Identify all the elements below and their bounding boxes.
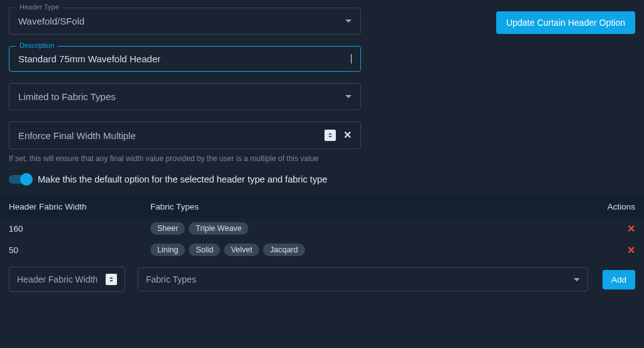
fabric-types-select[interactable]: Limited to Fabric Types <box>9 83 361 110</box>
table-row: 50LiningSolidVelvetJacqard✕ <box>0 239 644 261</box>
delete-row-icon[interactable]: ✕ <box>627 245 635 255</box>
fabric-type-chip: Lining <box>150 244 185 256</box>
header-type-label: Header Type <box>16 3 63 11</box>
enforce-width-input[interactable]: Enforce Final Width Multiple ✕ <box>9 121 361 149</box>
row-width-value: 160 <box>9 224 150 233</box>
table-input-row: Header Fabric Width Fabric Types Add <box>0 261 644 298</box>
fabric-type-chip: Sheer <box>150 222 185 235</box>
table-section: Header Fabric Width Fabric Types Actions… <box>0 196 644 298</box>
header-fabric-width-input[interactable]: Header Fabric Width <box>9 267 125 292</box>
default-toggle-row: Make this the default option for the sel… <box>9 174 361 184</box>
fabric-type-chip: Triple Weave <box>189 222 248 235</box>
enforce-helper-text: If set, this will ensure that any final … <box>9 154 361 163</box>
row-actions: ✕ <box>591 223 635 235</box>
col-header-actions: Actions <box>591 202 635 211</box>
chevron-down-icon <box>345 95 352 98</box>
chevron-down-icon <box>574 278 580 281</box>
update-button[interactable]: Update Curtain Header Option <box>496 11 635 34</box>
add-button[interactable]: Add <box>602 270 635 289</box>
col-header-types: Fabric Types <box>150 202 591 211</box>
enforce-width-label: Enforce Final Width Multiple <box>18 130 325 141</box>
toggle-knob <box>20 173 33 186</box>
table-header: Header Fabric Width Fabric Types Actions <box>0 196 644 218</box>
action-column: Update Curtain Header Option <box>374 8 635 34</box>
delete-row-icon[interactable]: ✕ <box>627 223 635 234</box>
width-input-placeholder: Header Fabric Width <box>17 274 106 284</box>
description-label: Description <box>16 42 58 49</box>
form-column: Header Type Wavefold/SFold Description S… <box>9 8 361 184</box>
fabric-type-chip: Solid <box>189 244 220 256</box>
types-input-placeholder: Fabric Types <box>146 274 574 284</box>
header-type-value: Wavefold/SFold <box>18 16 345 26</box>
default-toggle-label: Make this the default option for the sel… <box>38 174 327 184</box>
description-value: Standard 75mm Wavefold Header <box>18 54 352 64</box>
default-toggle[interactable] <box>9 175 30 184</box>
stepper-icon[interactable] <box>106 274 117 285</box>
table-row: 160SheerTriple Weave✕ <box>0 218 644 239</box>
header-type-select[interactable]: Header Type Wavefold/SFold <box>9 8 361 35</box>
stepper-icon[interactable] <box>325 130 336 141</box>
row-actions: ✕ <box>591 244 635 256</box>
row-width-value: 50 <box>9 245 150 255</box>
col-header-width: Header Fabric Width <box>9 202 150 211</box>
fabric-type-chip: Velvet <box>224 244 259 256</box>
table-body: 160SheerTriple Weave✕50LiningSolidVelvet… <box>0 218 644 261</box>
fabric-types-input[interactable]: Fabric Types <box>138 267 588 291</box>
row-types: SheerTriple Weave <box>150 222 591 235</box>
clear-icon[interactable]: ✕ <box>343 130 352 140</box>
chevron-down-icon <box>345 20 352 23</box>
description-input[interactable]: Description Standard 75mm Wavefold Heade… <box>9 46 361 72</box>
row-types: LiningSolidVelvetJacqard <box>150 244 591 256</box>
fabric-type-chip: Jacqard <box>263 244 304 256</box>
form-section: Header Type Wavefold/SFold Description S… <box>0 0 644 196</box>
fabric-types-label: Limited to Fabric Types <box>18 91 345 102</box>
